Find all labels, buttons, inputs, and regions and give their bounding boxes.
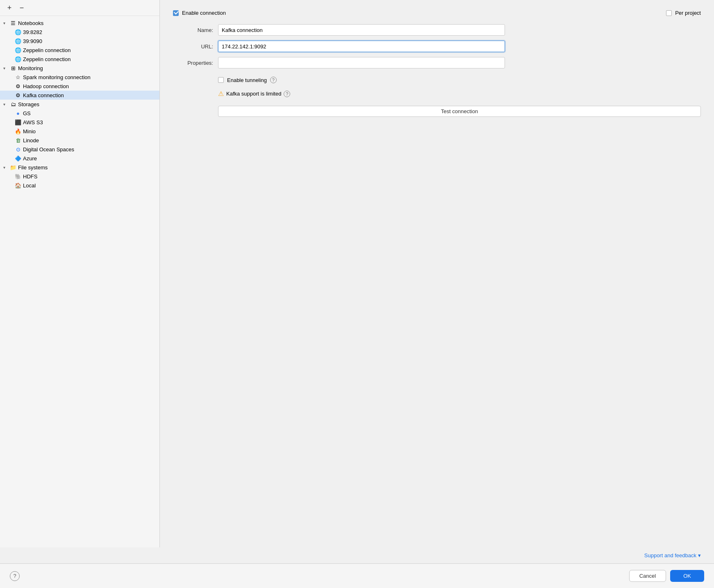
item-label: Spark monitoring connection [23,74,156,80]
notebooks-icon: ☰ [10,20,16,26]
tree-group-filesystems[interactable]: ▾ 📁 File systems [0,163,159,172]
tree-item-minio[interactable]: 🔥 Minio [0,127,159,136]
enable-tunneling-checkbox[interactable] [218,77,224,83]
toolbar: + − [0,0,159,16]
zeppelin-icon: 🌐 [15,47,21,53]
item-label: 39:8282 [23,29,156,35]
item-label: HDFS [23,173,156,180]
tree-item-linode[interactable]: 🗑 Linode [0,136,159,145]
per-project-row: Per project [666,10,701,16]
support-feedback-chevron: ▾ [698,552,701,558]
local-icon: 🏠 [15,182,21,189]
tree-item-39-9090[interactable]: 🌐 39:9090 [0,36,159,46]
notebooks-label: Notebooks [18,20,156,26]
storages-icon: 🗂 [10,101,16,107]
spark-icon: ☆ [15,74,21,80]
url-row: URL: [173,41,701,52]
hadoop-icon: ⚙ [15,83,21,89]
tree-item-39-8282[interactable]: 🌐 39:8282 [0,27,159,36]
kafka-help-icon[interactable]: ? [284,91,290,97]
enable-connection-label: Enable connection [182,10,226,16]
tree-item-digital-ocean[interactable]: ⊙ Digital Ocean Spaces [0,145,159,154]
warning-icon: ⚠ [218,90,224,98]
dialog: + − ▾ ☰ Notebooks 🌐 39:8282 🌐 39:9090 [0,0,714,588]
tree-item-hdfs[interactable]: 🐘 HDFS [0,172,159,181]
tree-group-monitoring[interactable]: ▾ ⊞ Monitoring [0,64,159,73]
ok-button[interactable]: OK [670,570,704,582]
per-project-checkbox[interactable] [666,10,672,16]
tree-item-zeppelin-1[interactable]: 🌐 Zeppelin connection [0,46,159,55]
linode-icon: 🗑 [15,137,21,144]
chevron-notebooks-icon: ▾ [3,21,8,25]
enable-connection-checkbox[interactable] [173,10,179,16]
name-input[interactable] [218,24,505,36]
enable-tunneling-label: Enable tunneling [227,77,267,83]
name-label: Name: [173,27,218,33]
aws-icon: ⬛ [15,119,21,125]
right-panel: Enable connection Per project Name: URL:… [160,0,714,547]
hdfs-icon: 🐘 [15,173,21,180]
enable-connection-row: Enable connection [173,10,226,16]
chevron-storages-icon: ▾ [3,102,8,107]
digitalocean-icon: ⊙ [15,146,21,153]
bottom-left: ? [10,571,20,581]
item-label: Linode [23,137,156,144]
chevron-monitoring-icon: ▾ [3,66,8,71]
zeppelin-icon: 🌐 [15,56,21,62]
dialog-main: + − ▾ ☰ Notebooks 🌐 39:8282 🌐 39:9090 [0,0,714,547]
kafka-warning-label: Kafka support is limited [226,91,281,97]
help-label: ? [13,573,16,579]
tree-item-hadoop[interactable]: ⚙ Hadoop connection [0,82,159,91]
item-label: Digital Ocean Spaces [23,146,156,153]
item-label: Kafka connection [23,92,156,98]
bottom-right: Cancel OK [629,570,704,582]
left-panel: + − ▾ ☰ Notebooks 🌐 39:8282 🌐 39:9090 [0,0,160,547]
remove-button[interactable]: − [17,3,26,12]
item-label: Azure [23,155,156,162]
properties-row: Properties: [173,57,701,68]
item-label: 39:9090 [23,38,156,44]
url-input[interactable] [218,41,505,52]
tree-item-spark-monitoring[interactable]: ☆ Spark monitoring connection [0,73,159,82]
minio-icon: 🔥 [15,128,21,134]
tree-group-storages[interactable]: ▾ 🗂 Storages [0,100,159,109]
azure-icon: 🔷 [15,155,21,162]
form-header: Enable connection Per project [173,10,701,16]
properties-label: Properties: [173,60,218,66]
support-feedback-label: Support and feedback [644,552,696,558]
bottom-bar: ? Cancel OK [0,563,714,588]
filesystems-label: File systems [18,164,156,171]
kafka-icon: ⚙ [15,92,21,98]
tree-item-kafka[interactable]: ⚙ Kafka connection [0,91,159,100]
item-label: Zeppelin connection [23,56,156,62]
tree-item-local[interactable]: 🏠 Local [0,181,159,190]
tree-item-azure[interactable]: 🔷 Azure [0,154,159,163]
notebook-instance-icon: 🌐 [15,38,21,44]
item-label: AWS S3 [23,119,156,125]
kafka-warning-row: ⚠ Kafka support is limited ? [218,90,701,98]
name-row: Name: [173,24,701,36]
tree-item-gs[interactable]: ● GS [0,109,159,118]
per-project-label: Per project [675,10,701,16]
item-label: Zeppelin connection [23,47,156,53]
item-label: Minio [23,128,156,134]
monitoring-icon: ⊞ [10,65,16,71]
cancel-button[interactable]: Cancel [629,570,666,582]
tree-item-zeppelin-2[interactable]: 🌐 Zeppelin connection [0,55,159,64]
chevron-filesystems-icon: ▾ [3,165,8,170]
url-label: URL: [173,43,218,50]
notebook-instance-icon: 🌐 [15,29,21,35]
support-feedback-row: Support and feedback ▾ [0,547,714,563]
gs-icon: ● [15,110,21,116]
add-button[interactable]: + [5,3,14,12]
filesystems-icon: 📁 [10,164,16,171]
properties-input[interactable] [218,57,505,68]
test-connection-button[interactable]: Test connection [218,106,701,117]
tree: ▾ ☰ Notebooks 🌐 39:8282 🌐 39:9090 🌐 Zepp… [0,16,159,547]
help-button[interactable]: ? [10,571,20,581]
item-label: GS [23,110,156,116]
tree-group-notebooks[interactable]: ▾ ☰ Notebooks [0,18,159,27]
tree-item-aws-s3[interactable]: ⬛ AWS S3 [0,118,159,127]
support-feedback-link[interactable]: Support and feedback ▾ [644,552,701,558]
tunneling-help-icon[interactable]: ? [270,77,277,83]
